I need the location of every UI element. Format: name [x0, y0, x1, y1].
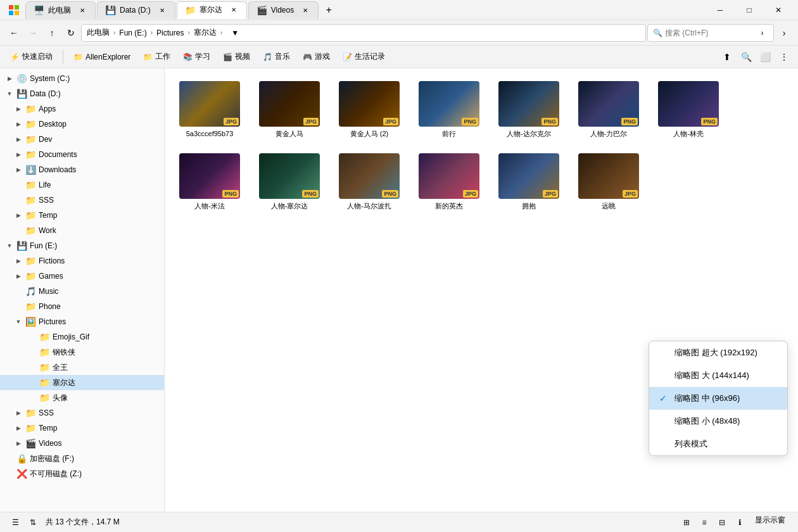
sidebar-item-music[interactable]: 🎵 Music — [0, 284, 164, 299]
status-list-btn[interactable]: ☰ — [8, 515, 23, 530]
toggle-fictions[interactable]: ▶ — [14, 256, 23, 265]
status-grid-view-btn[interactable]: ⊞ — [679, 515, 694, 530]
sidebar-item-videos[interactable]: ▶ 🎬 Videos — [0, 436, 164, 451]
breadcrumb-home[interactable]: 此电脑 — [87, 27, 110, 38]
file-item-f6[interactable]: PNG 人物-力巴尔 — [574, 79, 643, 141]
toggle-videos[interactable]: ▶ — [14, 439, 23, 448]
file-item-f1[interactable]: JPG 5a3cccef95b73 — [175, 79, 244, 141]
toggle-apps[interactable]: ▶ — [14, 104, 23, 113]
sidebar-item-emojis[interactable]: 📁 Emojis_Gif — [0, 329, 164, 345]
breadcrumb-pictures[interactable]: Pictures — [156, 28, 184, 37]
sidebar-item-apps[interactable]: ▶ 📁 Apps — [0, 101, 164, 117]
toggle-desktop[interactable]: ▶ — [14, 120, 23, 129]
toolbar-more-button[interactable]: ⋮ — [775, 48, 793, 66]
bookmark-work[interactable]: 📁 工作 — [138, 48, 175, 66]
bookmark-music[interactable]: 🎵 音乐 — [258, 48, 295, 66]
tab-close-zelda[interactable]: ✕ — [229, 5, 239, 15]
tab-videos[interactable]: 🎬 Videos ✕ — [248, 1, 319, 19]
sidebar-item-sss2[interactable]: ▶ 📁 SSS — [0, 405, 164, 421]
sidebar-item-temp[interactable]: ▶ 📁 Temp — [0, 208, 164, 223]
file-item-f2[interactable]: JPG 黄金人马 — [255, 79, 324, 141]
recent-button[interactable]: ↻ — [62, 24, 80, 42]
close-button[interactable]: ✕ — [764, 0, 793, 20]
sidebar-item-unavailable[interactable]: ❌ 不可用磁盘 (Z:) — [0, 466, 164, 481]
sidebar-item-system-c[interactable]: ▶ 💿 System (C:) — [0, 71, 164, 86]
tab-new-button[interactable]: + — [320, 1, 338, 19]
quick-access-button[interactable]: ⚡ 快速启动 — [5, 48, 58, 66]
breadcrumb-fun[interactable]: Fun (E:) — [119, 28, 146, 37]
file-item-f4[interactable]: PNG 前行 — [414, 79, 484, 141]
toggle-downloads[interactable]: ▶ — [14, 165, 23, 174]
menu-item-size-l[interactable]: 缩略图 大 (144x144) — [649, 364, 787, 387]
file-item-f13[interactable]: JPG 远眺 — [574, 151, 643, 213]
toggle-chivalry[interactable] — [28, 348, 37, 357]
toggle-music[interactable] — [14, 287, 23, 296]
forward-button[interactable]: → — [24, 24, 42, 42]
sidebar-item-documents[interactable]: ▶ 📁 Documents — [0, 147, 164, 162]
file-item-f3[interactable]: JPG 黄金人马 (2) — [334, 79, 404, 141]
toggle-fun-e[interactable]: ▼ — [5, 241, 14, 250]
toolbar-search-button[interactable]: 🔍 — [737, 48, 755, 66]
status-filter-btn[interactable]: ⊟ — [714, 515, 730, 530]
file-item-f5[interactable]: PNG 人物-达尔克尔 — [494, 79, 564, 141]
bookmark-study[interactable]: 📚 学习 — [178, 48, 215, 66]
menu-item-list[interactable]: 列表模式 — [649, 433, 787, 455]
tab-close-this-pc[interactable]: ✕ — [77, 5, 87, 15]
toggle-touxiang[interactable] — [28, 393, 37, 402]
toggle-life[interactable] — [14, 180, 23, 189]
toggle-zelda[interactable] — [28, 378, 37, 387]
bookmark-games[interactable]: 🎮 游戏 — [298, 48, 335, 66]
menu-item-size-m[interactable]: ✓ 缩略图 中 (96x96) — [649, 387, 787, 410]
address-expand-button[interactable]: ▼ — [229, 27, 241, 39]
sidebar-item-sss[interactable]: 📁 SSS — [0, 193, 164, 208]
toggle-system-c[interactable]: ▶ — [5, 74, 14, 83]
sidebar-item-games[interactable]: ▶ 📁 Games — [0, 269, 164, 284]
toggle-games[interactable]: ▶ — [14, 272, 23, 281]
windows-logo[interactable] — [5, 1, 23, 19]
search-expand-button[interactable]: › — [775, 24, 793, 42]
sidebar-item-fun-e[interactable]: ▼ 💾 Fun (E:) — [0, 238, 164, 253]
toggle-work[interactable] — [14, 226, 23, 235]
sidebar-item-zelda[interactable]: 📁 塞尔达 — [0, 375, 164, 390]
bookmark-life[interactable]: 📝 生活记录 — [338, 48, 390, 66]
address-bar[interactable]: 此电脑 › Fun (E:) › Pictures › 塞尔达 › ▼ — [81, 24, 646, 42]
toggle-pictures[interactable]: ▼ — [14, 317, 23, 326]
sidebar-item-quanwang[interactable]: 📁 全王 — [0, 360, 164, 375]
toolbar-fullscreen-button[interactable]: ⬜ — [756, 48, 774, 66]
file-item-f7[interactable]: PNG 人物-林壳 — [654, 79, 723, 141]
sidebar-item-encrypted[interactable]: 🔒 加密磁盘 (F:) — [0, 451, 164, 466]
sidebar-item-work[interactable]: 📁 Work — [0, 223, 164, 238]
sidebar-item-data-d[interactable]: ▼ 💾 Data (D:) — [0, 86, 164, 101]
search-input[interactable] — [665, 28, 754, 37]
back-button[interactable]: ← — [5, 24, 23, 42]
sidebar-item-life[interactable]: 📁 Life — [0, 177, 164, 193]
status-list-view-btn[interactable]: ≡ — [697, 515, 712, 530]
sidebar-item-phone[interactable]: 📁 Phone — [0, 299, 164, 314]
toggle-phone[interactable] — [14, 302, 23, 311]
file-item-f9[interactable]: PNG 人物-塞尔达 — [255, 151, 324, 213]
toggle-unavailable[interactable] — [5, 469, 14, 478]
menu-item-size-s[interactable]: 缩略图 小 (48x48) — [649, 410, 787, 433]
up-button[interactable]: ↑ — [43, 24, 61, 42]
sidebar-item-chivalry[interactable]: 📁 钢铁侠 — [0, 345, 164, 360]
toggle-temp[interactable]: ▶ — [14, 211, 23, 220]
toggle-encrypted[interactable] — [5, 454, 14, 463]
maximize-button[interactable]: □ — [735, 0, 764, 20]
file-item-f8[interactable]: PNG 人物-米法 — [175, 151, 244, 213]
status-sort-btn[interactable]: ⇅ — [25, 515, 41, 530]
sidebar-item-desktop[interactable]: ▶ 📁 Desktop — [0, 117, 164, 132]
toggle-emojis[interactable] — [28, 332, 37, 341]
file-item-f12[interactable]: JPG 拥抱 — [494, 151, 564, 213]
file-item-f11[interactable]: JPG 新的英杰 — [414, 151, 484, 213]
sidebar-item-pictures[interactable]: ▼ 🖼️ Pictures — [0, 314, 164, 329]
minimize-button[interactable]: ─ — [706, 0, 735, 20]
search-bar[interactable]: 🔍 › — [647, 24, 774, 42]
sidebar-item-dev[interactable]: ▶ 📁 Dev — [0, 132, 164, 147]
tab-close-videos[interactable]: ✕ — [300, 5, 310, 15]
sidebar-item-fictions[interactable]: ▶ 📁 Fictions — [0, 253, 164, 269]
tab-close-data-d[interactable]: ✕ — [157, 5, 167, 15]
toggle-documents[interactable]: ▶ — [14, 150, 23, 159]
toggle-temp2[interactable]: ▶ — [14, 424, 23, 433]
menu-item-size-xl[interactable]: 缩略图 超大 (192x192) — [649, 341, 787, 364]
bookmark-allen-explorer[interactable]: 📁 AllenExplorer — [68, 48, 136, 66]
